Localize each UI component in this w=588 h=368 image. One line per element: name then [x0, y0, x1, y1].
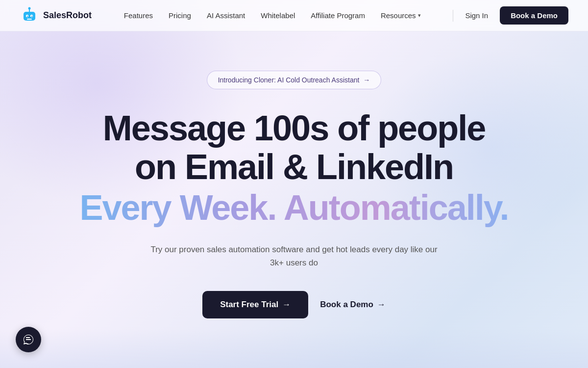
svg-rect-4 — [31, 16, 32, 17]
bottom-gradient — [0, 329, 588, 368]
start-trial-button[interactable]: Start Free Trial → — [202, 291, 308, 318]
headline-main: Message 100s of people on Email & Linked… — [103, 109, 485, 186]
svg-point-6 — [28, 7, 31, 9]
resources-chevron-icon: ▾ — [418, 12, 421, 19]
announcement-arrow: → — [363, 76, 370, 84]
cta-group: Start Free Trial → Book a Demo → — [202, 291, 386, 318]
nav-divider — [453, 10, 453, 22]
hero-book-demo-label: Book a Demo — [320, 300, 373, 310]
hero-book-demo-arrow: → — [377, 300, 386, 310]
nav-links: Features Pricing AI Assistant Whitelabel… — [124, 11, 421, 20]
subheadline: Try our proven sales automation software… — [147, 243, 441, 269]
signin-link[interactable]: Sign In — [465, 11, 488, 20]
nav-item-affiliate[interactable]: Affiliate Program — [311, 11, 365, 20]
chat-support-button[interactable] — [16, 327, 41, 352]
announcement-text: Introducing Cloner: AI Cold Outreach Ass… — [218, 76, 360, 84]
logo-icon — [20, 6, 39, 26]
headline-gradient: Every Week. Automatically. — [79, 186, 508, 229]
svg-rect-7 — [27, 19, 32, 20]
nav-item-resources[interactable]: Resources ▾ — [381, 11, 421, 20]
nav-item-whitelabel[interactable]: Whitelabel — [261, 11, 295, 20]
start-trial-label: Start Free Trial — [220, 300, 278, 310]
hero-book-demo-button[interactable]: Book a Demo → — [320, 300, 386, 310]
logo-text: SalesRobot — [43, 10, 92, 21]
nav-item-features[interactable]: Features — [124, 11, 153, 20]
logo-link[interactable]: SalesRobot — [20, 6, 92, 26]
headline-line2: on Email & LinkedIn — [135, 147, 453, 186]
nav-right: Sign In Book a Demo — [453, 6, 568, 25]
nav-book-demo-button[interactable]: Book a Demo — [500, 6, 568, 25]
headline-line1: Message 100s of people — [103, 108, 485, 148]
nav-item-ai-assistant[interactable]: AI Assistant — [207, 11, 245, 20]
start-trial-arrow: → — [282, 300, 291, 310]
chat-icon — [23, 334, 34, 345]
navbar: SalesRobot Features Pricing AI Assistant… — [0, 0, 588, 31]
nav-item-pricing[interactable]: Pricing — [169, 11, 191, 20]
hero-section: Introducing Cloner: AI Cold Outreach Ass… — [0, 31, 588, 318]
announcement-badge[interactable]: Introducing Cloner: AI Cold Outreach Ass… — [207, 71, 382, 89]
svg-rect-3 — [27, 16, 28, 17]
